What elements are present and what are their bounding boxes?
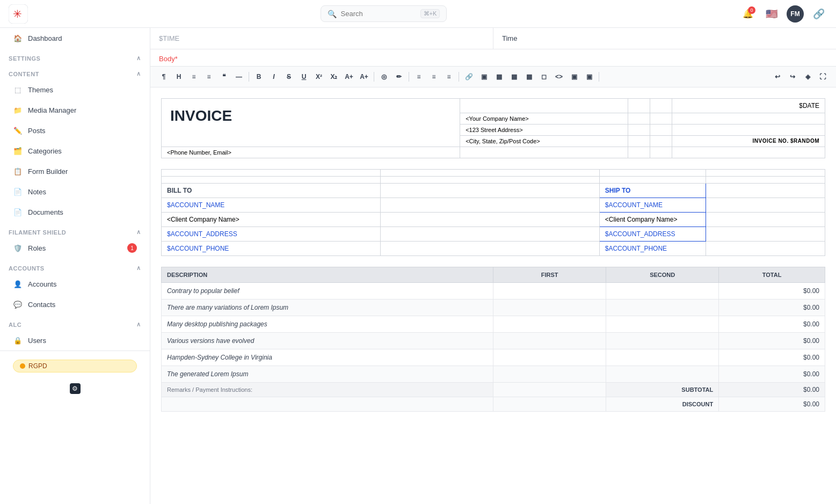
discount-row: DISCOUNT $0.00 bbox=[162, 397, 825, 412]
toolbar-paragraph[interactable]: ¶ bbox=[157, 70, 171, 84]
app-logo[interactable]: ✳ bbox=[9, 4, 28, 24]
main-content: $TIME Time Body* ¶ H ≡ ≡ ❝ — B I S U X² … bbox=[150, 28, 836, 504]
link-icon[interactable]: 🔗 bbox=[810, 5, 827, 23]
toolbar-ordered-list[interactable]: ≡ bbox=[202, 70, 216, 84]
toolbar-undo[interactable]: ↩ bbox=[770, 70, 784, 84]
toolbar-separator-4 bbox=[459, 72, 459, 82]
toolbar-strikethrough[interactable]: S bbox=[282, 70, 296, 84]
ship-client-company: <Client Company Name> bbox=[599, 213, 706, 227]
sidebar-item-posts[interactable]: ✏️ Posts bbox=[4, 121, 146, 140]
alc-toggle[interactable]: ∧ bbox=[136, 321, 141, 328]
sidebar-item-users[interactable]: 🔒 Users bbox=[4, 331, 146, 350]
sidebar-item-accounts[interactable]: 👤 Accounts bbox=[4, 274, 146, 294]
toolbar-superscript[interactable]: X² bbox=[312, 70, 326, 84]
pen-icon: ✏️ bbox=[13, 126, 23, 135]
avatar[interactable]: FM bbox=[787, 5, 804, 23]
shield-toggle[interactable]: ∧ bbox=[136, 229, 141, 236]
body-label: Body* bbox=[150, 49, 836, 66]
bill-to-label: BILL TO bbox=[162, 184, 381, 198]
settings-toggle[interactable]: ∧ bbox=[136, 55, 141, 62]
toolbar-align-right[interactable]: ≡ bbox=[442, 70, 456, 84]
toolbar-font-size-up[interactable]: A+ bbox=[342, 70, 356, 84]
sidebar-item-media-manager[interactable]: 📁 Media Manager bbox=[4, 100, 146, 120]
toolbar-table2[interactable]: ▦ bbox=[507, 70, 521, 84]
required-marker: * bbox=[175, 55, 178, 63]
toolbar-underline[interactable]: U bbox=[297, 70, 311, 84]
toolbar-subscript[interactable]: X₂ bbox=[327, 70, 341, 84]
col-total: TOTAL bbox=[719, 267, 825, 283]
toolbar-hr[interactable]: — bbox=[232, 70, 246, 84]
sidebar-item-dashboard[interactable]: 🏠 Dashboard bbox=[4, 28, 146, 48]
toolbar-blockquote[interactable]: ❝ bbox=[217, 70, 231, 84]
toolbar-box[interactable]: ◻ bbox=[537, 70, 551, 84]
rgpd-badge[interactable]: RGPD bbox=[13, 360, 137, 372]
sidebar-item-label: Categories bbox=[28, 147, 62, 155]
toolbar-fullscreen[interactable]: ⛶ bbox=[816, 70, 830, 84]
table-row: Various versions have evolved $0.00 bbox=[162, 333, 825, 349]
discount-value: $0.00 bbox=[719, 397, 825, 412]
toolbar-separator-3 bbox=[409, 72, 409, 82]
toolbar-block[interactable]: ▣ bbox=[582, 70, 596, 84]
toolbar-bold[interactable]: B bbox=[252, 70, 266, 84]
toolbar-image[interactable]: ▣ bbox=[477, 70, 491, 84]
sidebar-item-label: Users bbox=[28, 337, 46, 345]
city-state: <City, State, Zip/Post Code> bbox=[460, 136, 628, 147]
content-toggle[interactable]: ∧ bbox=[136, 70, 141, 77]
notification-button[interactable]: 🔔 0 bbox=[739, 5, 757, 23]
sidebar-item-label: Themes bbox=[28, 86, 53, 94]
description-table: DESCRIPTION FIRST SECOND TOTAL Contrary … bbox=[161, 267, 825, 412]
flag-icon[interactable]: 🇺🇸 bbox=[763, 5, 780, 23]
col-second: SECOND bbox=[606, 267, 719, 283]
sidebar-item-themes[interactable]: ⬚ Themes bbox=[4, 80, 146, 99]
toolbar-align-center[interactable]: ≡ bbox=[427, 70, 441, 84]
sidebar-section-alc: ALC ∧ bbox=[0, 315, 150, 330]
sidebar-item-form-builder[interactable]: 📋 Form Builder bbox=[4, 162, 146, 181]
toolbar-redo[interactable]: ↪ bbox=[786, 70, 799, 84]
time-field-label: Time bbox=[493, 28, 836, 49]
sidebar-section-shield: Filament Shield ∧ bbox=[0, 222, 150, 238]
sidebar-item-contacts[interactable]: 💬 Contacts bbox=[4, 295, 146, 314]
sidebar-item-categories[interactable]: 🗂️ Categories bbox=[4, 141, 146, 160]
subtotal-value: $0.00 bbox=[719, 383, 825, 397]
toolbar-link[interactable]: 🔗 bbox=[462, 70, 476, 84]
invoice-area: INVOICE $DATE <Your Company Name> <123 S… bbox=[150, 87, 836, 431]
toolbar-align-left[interactable]: ≡ bbox=[412, 70, 426, 84]
toolbar-code[interactable]: <> bbox=[552, 70, 566, 84]
topbar-left: ✳ bbox=[9, 4, 28, 24]
company-name: <Your Company Name> bbox=[460, 113, 628, 125]
sidebar-section-content: Content ∧ bbox=[0, 64, 150, 79]
toolbar-highlight[interactable]: ✏ bbox=[392, 70, 406, 84]
contacts-icon: 💬 bbox=[13, 300, 23, 309]
accounts-toggle[interactable]: ∧ bbox=[136, 265, 141, 272]
sidebar-item-notes[interactable]: 📄 Notes bbox=[4, 182, 146, 201]
toolbar-table[interactable]: ▦ bbox=[492, 70, 506, 84]
toolbar-source[interactable]: ◈ bbox=[801, 70, 815, 84]
search-bar[interactable]: 🔍 ⌘+K bbox=[321, 5, 447, 22]
toolbar-circle[interactable]: ◎ bbox=[377, 70, 391, 84]
table-row: The generated Lorem Ipsum $0.00 bbox=[162, 366, 825, 383]
bill-ship-table: BILL TO SHIP TO $ACCOUNT_NAME $ACCOUNT_N… bbox=[161, 169, 825, 256]
search-input[interactable] bbox=[341, 10, 416, 18]
toolbar-bullet-list[interactable]: ≡ bbox=[187, 70, 201, 84]
toolbar-embed[interactable]: ▣ bbox=[567, 70, 581, 84]
sidebar-item-documents[interactable]: 📄 Documents bbox=[4, 202, 146, 222]
sidebar-item-label: Roles bbox=[28, 244, 46, 252]
sidebar-item-label: Form Builder bbox=[28, 167, 68, 176]
sidebar-item-roles[interactable]: 🛡️ Roles 1 bbox=[4, 238, 146, 258]
bottom-icon[interactable]: ⚙ bbox=[70, 383, 81, 394]
toolbar-table3[interactable]: ▦ bbox=[522, 70, 536, 84]
bill-account-phone: $ACCOUNT_PHONE bbox=[162, 242, 381, 256]
toolbar-separator-1 bbox=[249, 72, 249, 82]
toolbar-heading[interactable]: H bbox=[172, 70, 186, 84]
topbar-right: 🔔 0 🇺🇸 FM 🔗 bbox=[739, 5, 827, 23]
phone-email: <Phone Number, Email> bbox=[162, 147, 460, 158]
sidebar: 🏠 Dashboard Settings ∧ Content ∧ ⬚ Theme… bbox=[0, 28, 150, 504]
toolbar-italic[interactable]: I bbox=[267, 70, 281, 84]
layout: 🏠 Dashboard Settings ∧ Content ∧ ⬚ Theme… bbox=[0, 28, 836, 504]
invoice-title: INVOICE bbox=[170, 107, 451, 125]
shield-icon: 🛡️ bbox=[13, 243, 23, 253]
home-icon: 🏠 bbox=[13, 33, 23, 43]
sidebar-item-label: Accounts bbox=[28, 280, 56, 288]
bottom-bar: RGPD bbox=[0, 350, 150, 381]
toolbar-font-size-down[interactable]: A+ bbox=[357, 70, 371, 84]
